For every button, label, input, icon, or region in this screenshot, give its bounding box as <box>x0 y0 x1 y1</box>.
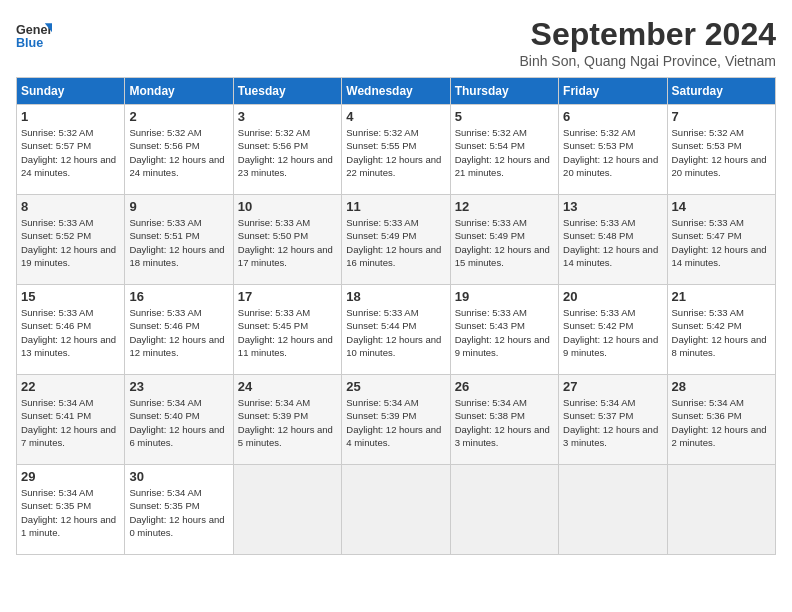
day-number: 5 <box>455 109 554 124</box>
day-info: Sunrise: 5:33 AMSunset: 5:42 PMDaylight:… <box>672 306 771 359</box>
day-number: 4 <box>346 109 445 124</box>
table-row: 18 Sunrise: 5:33 AMSunset: 5:44 PMDaylig… <box>342 285 450 375</box>
svg-text:Blue: Blue <box>16 36 43 50</box>
day-number: 8 <box>21 199 120 214</box>
day-number: 24 <box>238 379 337 394</box>
day-info: Sunrise: 5:34 AMSunset: 5:36 PMDaylight:… <box>672 396 771 449</box>
day-info: Sunrise: 5:34 AMSunset: 5:39 PMDaylight:… <box>346 396 445 449</box>
day-number: 6 <box>563 109 662 124</box>
day-number: 9 <box>129 199 228 214</box>
day-info: Sunrise: 5:32 AMSunset: 5:54 PMDaylight:… <box>455 126 554 179</box>
day-number: 2 <box>129 109 228 124</box>
calendar-row: 8 Sunrise: 5:33 AMSunset: 5:52 PMDayligh… <box>17 195 776 285</box>
logo-icon: General Blue <box>16 16 52 52</box>
day-info: Sunrise: 5:34 AMSunset: 5:35 PMDaylight:… <box>129 486 228 539</box>
table-row: 13 Sunrise: 5:33 AMSunset: 5:48 PMDaylig… <box>559 195 667 285</box>
table-row: 20 Sunrise: 5:33 AMSunset: 5:42 PMDaylig… <box>559 285 667 375</box>
day-number: 3 <box>238 109 337 124</box>
table-row: 6 Sunrise: 5:32 AMSunset: 5:53 PMDayligh… <box>559 105 667 195</box>
day-info: Sunrise: 5:32 AMSunset: 5:56 PMDaylight:… <box>129 126 228 179</box>
col-sunday: Sunday <box>17 78 125 105</box>
day-number: 19 <box>455 289 554 304</box>
table-row: 14 Sunrise: 5:33 AMSunset: 5:47 PMDaylig… <box>667 195 775 285</box>
day-info: Sunrise: 5:34 AMSunset: 5:35 PMDaylight:… <box>21 486 120 539</box>
day-number: 1 <box>21 109 120 124</box>
day-number: 17 <box>238 289 337 304</box>
day-number: 29 <box>21 469 120 484</box>
col-wednesday: Wednesday <box>342 78 450 105</box>
day-number: 13 <box>563 199 662 214</box>
page-header: General Blue September 2024 Binh Son, Qu… <box>16 16 776 69</box>
table-row: 4 Sunrise: 5:32 AMSunset: 5:55 PMDayligh… <box>342 105 450 195</box>
table-row: 19 Sunrise: 5:33 AMSunset: 5:43 PMDaylig… <box>450 285 558 375</box>
day-number: 7 <box>672 109 771 124</box>
table-row: 27 Sunrise: 5:34 AMSunset: 5:37 PMDaylig… <box>559 375 667 465</box>
day-info: Sunrise: 5:33 AMSunset: 5:47 PMDaylight:… <box>672 216 771 269</box>
calendar-table: Sunday Monday Tuesday Wednesday Thursday… <box>16 77 776 555</box>
day-number: 25 <box>346 379 445 394</box>
day-number: 14 <box>672 199 771 214</box>
day-number: 12 <box>455 199 554 214</box>
day-number: 22 <box>21 379 120 394</box>
table-row: 26 Sunrise: 5:34 AMSunset: 5:38 PMDaylig… <box>450 375 558 465</box>
col-friday: Friday <box>559 78 667 105</box>
col-tuesday: Tuesday <box>233 78 341 105</box>
day-number: 16 <box>129 289 228 304</box>
table-row: 25 Sunrise: 5:34 AMSunset: 5:39 PMDaylig… <box>342 375 450 465</box>
day-info: Sunrise: 5:33 AMSunset: 5:49 PMDaylight:… <box>346 216 445 269</box>
calendar-row: 1 Sunrise: 5:32 AMSunset: 5:57 PMDayligh… <box>17 105 776 195</box>
calendar-subtitle: Binh Son, Quang Ngai Province, Vietnam <box>519 53 776 69</box>
title-section: September 2024 Binh Son, Quang Ngai Prov… <box>519 16 776 69</box>
table-row: 12 Sunrise: 5:33 AMSunset: 5:49 PMDaylig… <box>450 195 558 285</box>
table-row: 11 Sunrise: 5:33 AMSunset: 5:49 PMDaylig… <box>342 195 450 285</box>
table-row: 15 Sunrise: 5:33 AMSunset: 5:46 PMDaylig… <box>17 285 125 375</box>
calendar-row: 22 Sunrise: 5:34 AMSunset: 5:41 PMDaylig… <box>17 375 776 465</box>
calendar-row: 15 Sunrise: 5:33 AMSunset: 5:46 PMDaylig… <box>17 285 776 375</box>
day-number: 27 <box>563 379 662 394</box>
day-info: Sunrise: 5:32 AMSunset: 5:53 PMDaylight:… <box>563 126 662 179</box>
day-info: Sunrise: 5:33 AMSunset: 5:46 PMDaylight:… <box>129 306 228 359</box>
calendar-row: 29 Sunrise: 5:34 AMSunset: 5:35 PMDaylig… <box>17 465 776 555</box>
table-row: 5 Sunrise: 5:32 AMSunset: 5:54 PMDayligh… <box>450 105 558 195</box>
day-number: 20 <box>563 289 662 304</box>
table-row: 9 Sunrise: 5:33 AMSunset: 5:51 PMDayligh… <box>125 195 233 285</box>
day-info: Sunrise: 5:33 AMSunset: 5:42 PMDaylight:… <box>563 306 662 359</box>
day-info: Sunrise: 5:33 AMSunset: 5:43 PMDaylight:… <box>455 306 554 359</box>
day-info: Sunrise: 5:33 AMSunset: 5:51 PMDaylight:… <box>129 216 228 269</box>
table-row: 2 Sunrise: 5:32 AMSunset: 5:56 PMDayligh… <box>125 105 233 195</box>
day-info: Sunrise: 5:32 AMSunset: 5:57 PMDaylight:… <box>21 126 120 179</box>
table-row <box>233 465 341 555</box>
day-info: Sunrise: 5:32 AMSunset: 5:53 PMDaylight:… <box>672 126 771 179</box>
day-info: Sunrise: 5:32 AMSunset: 5:56 PMDaylight:… <box>238 126 337 179</box>
table-row: 24 Sunrise: 5:34 AMSunset: 5:39 PMDaylig… <box>233 375 341 465</box>
day-info: Sunrise: 5:33 AMSunset: 5:48 PMDaylight:… <box>563 216 662 269</box>
table-row <box>342 465 450 555</box>
day-info: Sunrise: 5:33 AMSunset: 5:46 PMDaylight:… <box>21 306 120 359</box>
table-row: 10 Sunrise: 5:33 AMSunset: 5:50 PMDaylig… <box>233 195 341 285</box>
table-row <box>559 465 667 555</box>
col-thursday: Thursday <box>450 78 558 105</box>
day-number: 18 <box>346 289 445 304</box>
header-row: Sunday Monday Tuesday Wednesday Thursday… <box>17 78 776 105</box>
day-number: 11 <box>346 199 445 214</box>
day-info: Sunrise: 5:34 AMSunset: 5:41 PMDaylight:… <box>21 396 120 449</box>
table-row: 8 Sunrise: 5:33 AMSunset: 5:52 PMDayligh… <box>17 195 125 285</box>
table-row: 16 Sunrise: 5:33 AMSunset: 5:46 PMDaylig… <box>125 285 233 375</box>
day-info: Sunrise: 5:34 AMSunset: 5:38 PMDaylight:… <box>455 396 554 449</box>
col-saturday: Saturday <box>667 78 775 105</box>
table-row: 23 Sunrise: 5:34 AMSunset: 5:40 PMDaylig… <box>125 375 233 465</box>
calendar-title: September 2024 <box>519 16 776 53</box>
day-number: 30 <box>129 469 228 484</box>
table-row: 7 Sunrise: 5:32 AMSunset: 5:53 PMDayligh… <box>667 105 775 195</box>
table-row <box>450 465 558 555</box>
table-row: 30 Sunrise: 5:34 AMSunset: 5:35 PMDaylig… <box>125 465 233 555</box>
table-row: 22 Sunrise: 5:34 AMSunset: 5:41 PMDaylig… <box>17 375 125 465</box>
day-info: Sunrise: 5:33 AMSunset: 5:45 PMDaylight:… <box>238 306 337 359</box>
day-info: Sunrise: 5:34 AMSunset: 5:37 PMDaylight:… <box>563 396 662 449</box>
table-row <box>667 465 775 555</box>
table-row: 17 Sunrise: 5:33 AMSunset: 5:45 PMDaylig… <box>233 285 341 375</box>
day-number: 26 <box>455 379 554 394</box>
table-row: 1 Sunrise: 5:32 AMSunset: 5:57 PMDayligh… <box>17 105 125 195</box>
day-info: Sunrise: 5:33 AMSunset: 5:52 PMDaylight:… <box>21 216 120 269</box>
table-row: 21 Sunrise: 5:33 AMSunset: 5:42 PMDaylig… <box>667 285 775 375</box>
